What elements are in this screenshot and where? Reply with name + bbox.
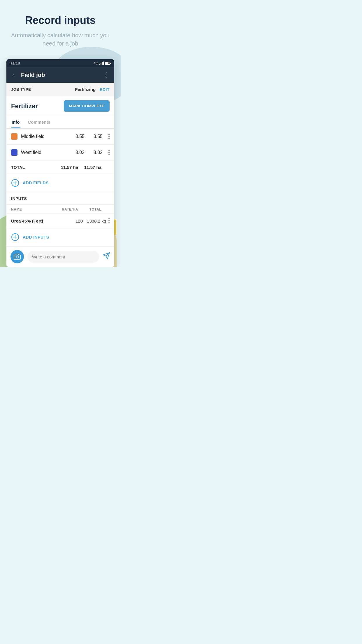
total-row: TOTAL 11.57 ha 11.57 ha (6, 161, 114, 174)
status-bar: 11:18 4G (6, 59, 114, 67)
input-item-name: Urea 45% (Fert) (11, 218, 68, 223)
field-val1: 8.02 (70, 150, 85, 155)
camera-button[interactable] (10, 250, 24, 263)
inputs-section-title: INPUTS (11, 196, 27, 201)
col-rate-header: RATE/HA (58, 207, 78, 211)
tabs-row: Info Comments (6, 116, 114, 129)
status-icons: 4G (94, 61, 110, 65)
add-inputs-icon (11, 233, 19, 241)
page-title: Record inputs (9, 14, 112, 27)
svg-point-14 (16, 256, 18, 258)
input-row-menu-button[interactable] (108, 218, 110, 223)
field-name: West field (21, 150, 66, 155)
battery-icon (105, 62, 110, 65)
edit-button[interactable]: EDIT (100, 87, 110, 92)
field-name: Middle field (21, 134, 66, 139)
send-icon (103, 252, 110, 260)
field-val1: 3.55 (70, 134, 85, 139)
input-item-rate: 120 (68, 218, 83, 223)
inputs-column-headers: NAME RATE/HA TOTAL (6, 204, 114, 214)
table-row: Urea 45% (Fert) 120 1388.2 kg (6, 214, 114, 228)
total-label: TOTAL (11, 165, 55, 170)
col-name-header: NAME (11, 207, 58, 211)
app-bar: ← Field job ⋮ (6, 67, 114, 83)
field-row-menu-button[interactable] (108, 134, 110, 139)
add-fields-icon (11, 179, 19, 187)
tab-comments[interactable]: Comments (27, 116, 51, 128)
total-val1: 11.57 ha (55, 165, 78, 170)
add-inputs-row[interactable]: ADD INPUTS (6, 228, 114, 246)
content-area: JOB TYPE Fertilizing EDIT Fertilizer MAR… (6, 83, 114, 267)
comment-input[interactable] (27, 251, 99, 263)
add-fields-label: ADD FIELDS (23, 181, 49, 185)
job-type-value: Fertilizing (75, 87, 96, 92)
fertilizer-section-header: Fertilizer MARK COMPLETE (6, 96, 114, 116)
add-inputs-label: ADD INPUTS (23, 235, 49, 239)
status-time: 11:18 (10, 61, 20, 65)
signal-bars-icon (99, 62, 104, 65)
total-val2: 11.57 ha (78, 165, 101, 170)
field-val2: 8.02 (88, 150, 103, 155)
table-row: Middle field 3.55 3.55 (6, 129, 114, 145)
inputs-section-header: INPUTS (6, 192, 114, 204)
comment-bar (6, 246, 114, 267)
job-type-label: JOB TYPE (11, 87, 31, 92)
phone-mockup: 11:18 4G ← Field job ⋮ JOB TYPE Fertiliz… (6, 59, 114, 267)
field-color-indicator (11, 149, 17, 156)
job-type-right: Fertilizing EDIT (75, 87, 110, 92)
signal-label: 4G (94, 61, 98, 65)
app-bar-title: Field job (21, 72, 99, 78)
job-type-row: JOB TYPE Fertilizing EDIT (6, 83, 114, 96)
input-item-total: 1388.2 kg (83, 218, 106, 223)
table-row: West field 8.02 8.02 (6, 145, 114, 161)
field-val2: 3.55 (88, 134, 103, 139)
field-row-menu-button[interactable] (108, 150, 110, 155)
add-fields-row[interactable]: ADD FIELDS (6, 174, 114, 192)
back-button[interactable]: ← (11, 71, 17, 79)
field-color-indicator (11, 133, 17, 140)
col-total-header: TOTAL (78, 207, 101, 211)
tab-info[interactable]: Info (11, 116, 20, 128)
fertilizer-title: Fertilizer (11, 102, 38, 110)
mark-complete-button[interactable]: MARK COMPLETE (64, 100, 110, 112)
camera-icon (14, 253, 21, 260)
send-button[interactable] (103, 252, 110, 261)
more-menu-button[interactable]: ⋮ (103, 71, 110, 79)
hero-subtitle: Automatically calculate how much you nee… (9, 31, 112, 48)
